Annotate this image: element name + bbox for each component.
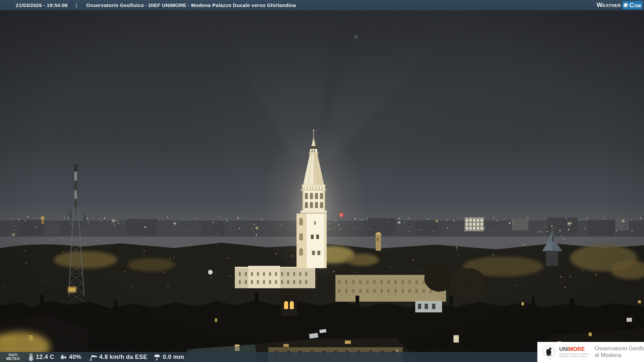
- humidity-reading: 40%: [60, 353, 82, 361]
- wind-reading: 4.8 km/h da ESE: [89, 353, 148, 361]
- rain-reading: 0.0 mm: [153, 353, 184, 361]
- weathercam-logo: Weather Cam: [597, 1, 643, 9]
- unimore-crest-icon: 1175: [542, 344, 556, 360]
- crest-year: 1175: [547, 358, 551, 360]
- webcam-page: 21/03/2026 - 19:54:08 | Osservatorio Geo…: [0, 0, 644, 362]
- unimore-logo-box: 1175 UNIMORE UNIVERSITÀ DEGLI STUDI DI M…: [537, 342, 644, 362]
- weathercam-badge: Cam: [622, 1, 643, 9]
- thermometer-icon: [28, 353, 34, 361]
- globe-icon: [624, 3, 628, 8]
- header-bar: 21/03/2026 - 19:54:08 | Osservatorio Geo…: [0, 0, 644, 10]
- temperature-reading: 12.4 C: [28, 353, 54, 361]
- webcam-photo: [0, 0, 644, 362]
- weathercam-cam-label: Cam: [629, 2, 641, 9]
- weathercam-weather-label: Weather: [597, 2, 621, 9]
- weather-readings: 12.4 C 40% 4.8 km/h da ESE: [28, 353, 184, 361]
- dati-meteo-label: DATI METEO: [4, 353, 22, 361]
- timestamp: 21/03/2026 - 19:54:08: [16, 2, 68, 8]
- observatory-name: Osservatorio Geofisico di Modena: [595, 345, 644, 359]
- rain-icon: [153, 353, 161, 361]
- unimore-wordmark: UNIMORE UNIVERSITÀ DEGLI STUDI DI MODENA…: [559, 347, 591, 358]
- wind-icon: [89, 353, 98, 361]
- sensor-grain: [0, 0, 644, 362]
- camera-title: Osservatorio Geofisico - DIEF UNIMORE - …: [86, 2, 296, 8]
- separator: |: [76, 2, 77, 8]
- humidity-icon: [60, 353, 67, 361]
